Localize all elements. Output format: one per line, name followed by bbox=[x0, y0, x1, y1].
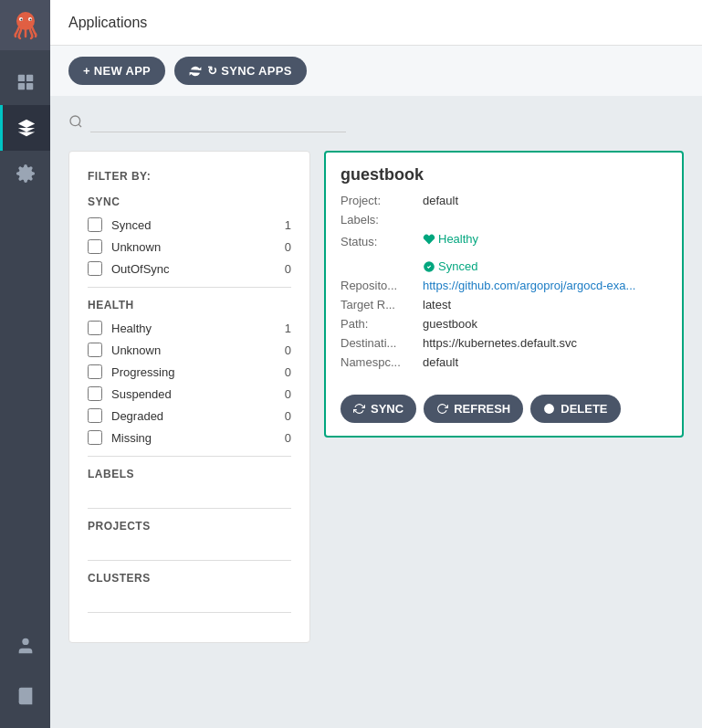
search-bar bbox=[68, 105, 684, 137]
svg-point-3 bbox=[20, 18, 22, 20]
filter-suspended-label: Suspended bbox=[111, 387, 273, 401]
divider-1 bbox=[88, 287, 291, 288]
dest-value: https://kubernetes.default.svc bbox=[423, 336, 667, 350]
filter-outofsync-label: OutOfSync bbox=[111, 262, 273, 276]
app-logo bbox=[0, 0, 50, 50]
sidebar bbox=[0, 0, 50, 728]
app-title: guestbook bbox=[341, 165, 424, 184]
page-header: Applications bbox=[50, 0, 702, 46]
heart-icon bbox=[423, 233, 435, 246]
sync-icon bbox=[189, 65, 202, 78]
filter-suspended-count: 0 bbox=[273, 387, 291, 401]
checkbox-unknown-sync[interactable] bbox=[88, 239, 102, 254]
healthy-badge: Healthy bbox=[423, 232, 667, 246]
divider-2 bbox=[88, 456, 291, 457]
filter-unknown-health-count: 0 bbox=[273, 343, 291, 357]
sync-button[interactable]: SYNC bbox=[341, 395, 416, 423]
target-value: latest bbox=[423, 298, 667, 311]
clusters-section-label: CLUSTERS bbox=[88, 572, 291, 585]
filter-outofsync: OutOfSync 0 bbox=[88, 261, 291, 276]
checkbox-healthy[interactable] bbox=[88, 321, 102, 335]
sync-apps-button[interactable]: ↻ SYNC APPS bbox=[174, 57, 307, 85]
sync-section-label: SYNC bbox=[88, 195, 291, 208]
filter-missing: Missing 0 bbox=[88, 430, 291, 445]
delete-icon bbox=[543, 403, 555, 415]
filter-unknown-health-label: Unknown bbox=[111, 343, 273, 357]
two-column-layout: FILTER BY: SYNC Synced 1 Unknown 0 OutOf… bbox=[68, 151, 684, 719]
status-key: Status: bbox=[341, 235, 423, 248]
projects-section-label: PROJECTS bbox=[88, 520, 291, 533]
sidebar-item-user[interactable] bbox=[0, 623, 50, 669]
gear-icon bbox=[16, 164, 36, 184]
svg-point-4 bbox=[29, 18, 31, 20]
path-key: Path: bbox=[341, 317, 423, 331]
filter-outofsync-count: 0 bbox=[273, 262, 291, 276]
filter-unknown-sync: Unknown 0 bbox=[88, 239, 291, 254]
sync-apps-label: ↻ SYNC APPS bbox=[207, 64, 292, 78]
path-value: guestbook bbox=[423, 317, 667, 331]
project-value: default bbox=[423, 194, 667, 207]
checkbox-progressing[interactable] bbox=[88, 364, 102, 379]
filter-suspended: Suspended 0 bbox=[88, 386, 291, 401]
svg-rect-5 bbox=[17, 75, 24, 81]
divider-3 bbox=[88, 508, 291, 509]
user-icon bbox=[16, 636, 36, 656]
sync-button-label: SYNC bbox=[371, 402, 403, 416]
refresh-icon bbox=[436, 403, 448, 415]
project-key: Project: bbox=[341, 194, 423, 207]
sidebar-item-layers[interactable] bbox=[0, 105, 50, 151]
filter-unknown-sync-count: 0 bbox=[273, 240, 291, 254]
filter-synced-count: 1 bbox=[273, 218, 291, 232]
checkbox-suspended[interactable] bbox=[88, 386, 102, 401]
search-icon bbox=[68, 114, 83, 129]
checkbox-degraded[interactable] bbox=[88, 408, 102, 423]
filter-progressing-label: Progressing bbox=[111, 365, 273, 379]
labels-key: Labels: bbox=[341, 213, 423, 227]
app-card-guestbook: guestbook Project: default Labels: Statu… bbox=[324, 151, 684, 438]
sidebar-item-docs[interactable] bbox=[0, 673, 50, 719]
grid-icon bbox=[16, 72, 36, 92]
toolbar: + NEW APP ↻ SYNC APPS bbox=[50, 46, 702, 96]
page-title: Applications bbox=[68, 15, 147, 31]
healthy-label: Healthy bbox=[438, 232, 478, 246]
sidebar-item-settings[interactable] bbox=[0, 151, 50, 196]
filter-synced-label: Synced bbox=[111, 218, 273, 232]
detail-path: Path: guestbook bbox=[341, 317, 667, 331]
filter-healthy: Healthy 1 bbox=[88, 321, 291, 335]
status-badges: Healthy Synced bbox=[423, 232, 667, 273]
octopus-icon bbox=[9, 9, 42, 42]
filter-unknown-sync-label: Unknown bbox=[111, 240, 273, 254]
refresh-button[interactable]: REFRESH bbox=[424, 395, 523, 423]
sidebar-nav bbox=[0, 59, 50, 196]
sidebar-item-apps[interactable] bbox=[0, 59, 50, 105]
checkbox-unknown-health[interactable] bbox=[88, 343, 102, 357]
filter-panel: FILTER BY: SYNC Synced 1 Unknown 0 OutOf… bbox=[68, 151, 310, 643]
delete-button[interactable]: DELETE bbox=[530, 395, 620, 423]
filter-missing-count: 0 bbox=[273, 431, 291, 445]
detail-target: Target R... latest bbox=[341, 298, 667, 311]
svg-rect-7 bbox=[17, 83, 24, 90]
main-area: Applications + NEW APP ↻ SYNC APPS FILTE… bbox=[50, 0, 702, 728]
svg-point-11 bbox=[70, 116, 80, 126]
delete-button-label: DELETE bbox=[561, 402, 607, 416]
checkbox-synced[interactable] bbox=[88, 217, 102, 232]
divider-4 bbox=[88, 560, 291, 561]
svg-rect-6 bbox=[26, 75, 32, 81]
filter-title: FILTER BY: bbox=[88, 170, 291, 183]
book-icon bbox=[16, 686, 36, 706]
search-input[interactable] bbox=[90, 110, 346, 132]
new-app-button[interactable]: + NEW APP bbox=[68, 57, 165, 85]
target-key: Target R... bbox=[341, 298, 423, 311]
app-card-header: guestbook bbox=[326, 153, 682, 194]
check-circle-icon bbox=[423, 260, 435, 273]
dest-key: Destinati... bbox=[341, 336, 423, 350]
synced-badge: Synced bbox=[423, 259, 667, 273]
filter-progressing: Progressing 0 bbox=[88, 364, 291, 379]
checkbox-missing[interactable] bbox=[88, 430, 102, 445]
labels-section-label: LABELS bbox=[88, 468, 291, 480]
filter-degraded: Degraded 0 bbox=[88, 408, 291, 423]
health-section-label: HEALTH bbox=[88, 299, 291, 311]
synced-label: Synced bbox=[438, 259, 477, 273]
checkbox-outofsync[interactable] bbox=[88, 261, 102, 276]
filter-synced: Synced 1 bbox=[88, 217, 291, 232]
